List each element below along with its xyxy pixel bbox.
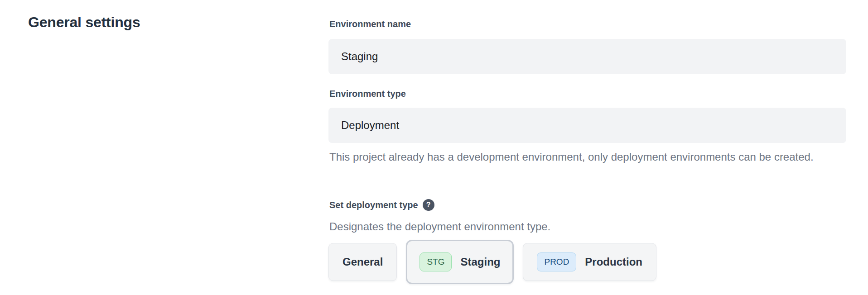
stg-badge: STG [420,252,452,271]
general-settings-form: Environment name Environment type This p… [328,0,846,295]
question-mark-icon[interactable]: ? [423,199,434,211]
environment-name-input[interactable] [328,39,846,74]
set-deployment-type-label: Set deployment type [329,200,418,210]
deployment-type-options: General STG Staging PROD Production [328,239,656,285]
deployment-type-option-general[interactable]: General [328,243,397,281]
deployment-type-option-production[interactable]: PROD Production [523,243,656,281]
environment-settings-page: General settings Environment name Enviro… [0,0,868,295]
page-title: General settings [28,14,140,31]
prod-badge: PROD [537,252,576,271]
option-production-label: Production [585,256,642,268]
environment-type-label: Environment type [329,89,406,99]
option-general-label: General [342,256,383,268]
environment-type-input[interactable] [328,108,846,143]
deployment-type-option-staging[interactable]: STG Staging [406,240,514,284]
set-deployment-type-row: Set deployment type ? [329,199,434,211]
deployment-type-description: Designates the deployment environment ty… [329,220,550,233]
option-staging-label: Staging [460,256,500,268]
environment-name-label: Environment name [329,19,411,29]
environment-type-help-text: This project already has a development e… [329,148,828,166]
